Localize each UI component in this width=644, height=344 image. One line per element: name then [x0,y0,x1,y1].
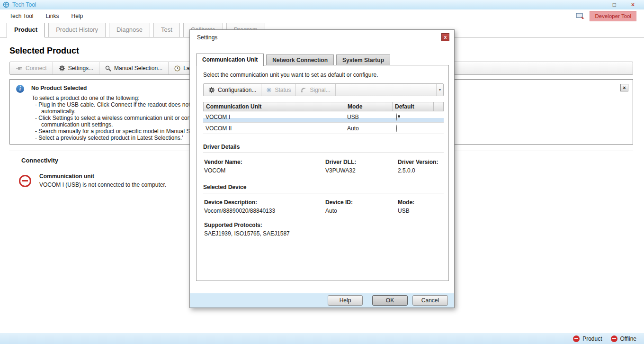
offline-icon [611,335,617,342]
driver-dll-label: Driver DLL: [325,159,398,165]
ok-button[interactable]: OK [372,295,408,306]
magnifier-icon [105,65,111,72]
communication-unit-status: VOCOM I (USB) is not connected to the co… [39,181,166,188]
signal-label: Signal... [310,87,330,93]
driver-version-label: Driver Version: [398,159,444,165]
selected-device-heading: Selected Device [203,184,444,193]
device-id-label: Device ID: [325,199,398,206]
connect-button[interactable]: Connect [10,62,53,74]
column-spacer [434,102,443,111]
unit-name: VOCOM II [203,125,345,132]
status-label: Status [275,87,291,93]
menu-bar: Tech Tool Links Help Developer Tool [0,9,644,23]
unit-name: VOCOM I [203,114,345,120]
maximize-button[interactable]: □ [613,0,616,9]
supported-protocols-label: Supported Protocols: [204,222,444,228]
default-radio-vocom2[interactable] [396,125,397,132]
app-icon [3,1,9,8]
configuration-button[interactable]: Configuration... [204,84,261,96]
vendor-name-label: Vendor Name: [204,159,325,165]
info-icon: i [16,85,24,93]
product-status: Product [573,335,602,342]
manual-selection-button[interactable]: Manual Selection... [99,62,169,74]
product-disconnected-icon [573,335,580,342]
signal-icon [301,87,307,93]
menu-tech-tool[interactable]: Tech Tool [9,13,33,19]
column-default[interactable]: Default [393,102,434,111]
product-status-label: Product [582,335,602,342]
developer-tool-button[interactable]: Developer Tool [590,11,636,21]
dialog-toolbar: Configuration... Status Signal... ▾ [203,83,444,96]
info-line: automatically. [35,108,211,115]
menu-help[interactable]: Help [72,13,83,19]
feedback-icon[interactable] [576,13,585,20]
offline-status-label: Offline [620,335,636,342]
window-title: Tech Tool [12,1,36,8]
table-row[interactable]: VOCOM I USB [203,111,444,123]
device-mode-value: USB [398,208,444,214]
offline-status: Offline [611,335,636,342]
tab-communication-unit[interactable]: Communication Unit [196,54,264,66]
table-row[interactable]: VOCOM II Auto [203,123,444,134]
info-line: - Plug in the USB cable. Click Connect i… [35,101,211,108]
menu-links[interactable]: Links [45,13,59,19]
disconnected-icon [19,175,31,187]
column-communication-unit[interactable]: Communication Unit [204,102,345,111]
table-header: Communication Unit Mode Default [203,102,444,111]
device-description-value: Vocom/88890020/88840133 [204,208,325,214]
dialog-footer: Help OK Cancel [190,293,454,308]
plug-icon [16,65,23,71]
info-intro: To select a product do one of the follow… [32,95,139,101]
gear-icon [59,65,65,72]
cancel-button[interactable]: Cancel [412,295,448,306]
tab-product[interactable]: Product [7,23,45,37]
info-line: - Select a previously selected product i… [35,135,211,141]
connectivity-heading: Connectivity [21,157,58,164]
minimize-button[interactable]: – [594,0,598,9]
status-button[interactable]: Status [261,84,296,96]
settings-button[interactable]: Settings... [53,62,99,74]
signal-button[interactable]: Signal... [296,84,335,96]
communication-unit-panel: Select the communication unit you want t… [196,65,449,281]
default-radio-vocom1[interactable] [396,113,397,121]
unit-mode: USB [345,114,392,120]
communication-unit-table: Communication Unit Mode Default VOCOM I … [203,102,444,134]
settings-label: Settings... [68,65,93,72]
info-close-button[interactable]: × [620,84,628,91]
column-mode[interactable]: Mode [345,102,393,111]
page-title: Selected Product [9,46,79,56]
device-description-label: Device Description: [204,199,325,206]
unit-mode: Auto [345,125,392,132]
device-id-value: Auto [325,208,398,214]
tab-diagnose[interactable]: Diagnose [109,23,150,37]
dialog-tab-strip: Communication Unit Network Connection Sy… [196,53,393,65]
manual-selection-label: Manual Selection... [114,65,162,72]
info-line: communication unit settings. [35,121,211,128]
info-line: - Click Settings to select a wireless co… [35,115,211,121]
tab-network-connection[interactable]: Network Connection [266,54,334,65]
dialog-title: Settings [197,34,217,41]
driver-details-section: Driver Details Vendor Name: Driver DLL: … [203,144,444,174]
driver-details-heading: Driver Details [203,144,444,153]
clock-icon [174,65,180,72]
dialog-close-button[interactable]: x [441,33,449,41]
help-button[interactable]: Help [328,295,363,306]
info-instructions: - Plug in the USB cable. Click Connect i… [35,101,211,141]
device-mode-label: Mode: [398,199,444,206]
connect-label: Connect [26,65,47,72]
driver-dll-value: V3PUWA32 [325,167,398,174]
tab-system-startup[interactable]: System Startup [336,54,390,65]
info-title: No Product Selected [31,85,87,91]
status-bar: Product Offline [0,333,644,344]
supported-protocols-value: SAEJ1939, ISO15765, SAEJ1587 [204,230,444,237]
gear-icon [208,87,215,93]
tab-product-history[interactable]: Product History [48,23,106,37]
tab-test[interactable]: Test [153,23,180,37]
settings-dialog: Settings x Communication Unit Network Co… [189,29,455,308]
title-bar: Tech Tool – □ × [0,0,644,9]
info-line: - Search manually for a product or speci… [35,128,211,135]
close-button[interactable]: × [631,0,635,9]
communication-unit-title: Communication unit [39,173,94,180]
panel-instruction: Select the communication unit you want t… [203,72,378,78]
toolbar-overflow-icon[interactable]: ▾ [436,84,443,96]
